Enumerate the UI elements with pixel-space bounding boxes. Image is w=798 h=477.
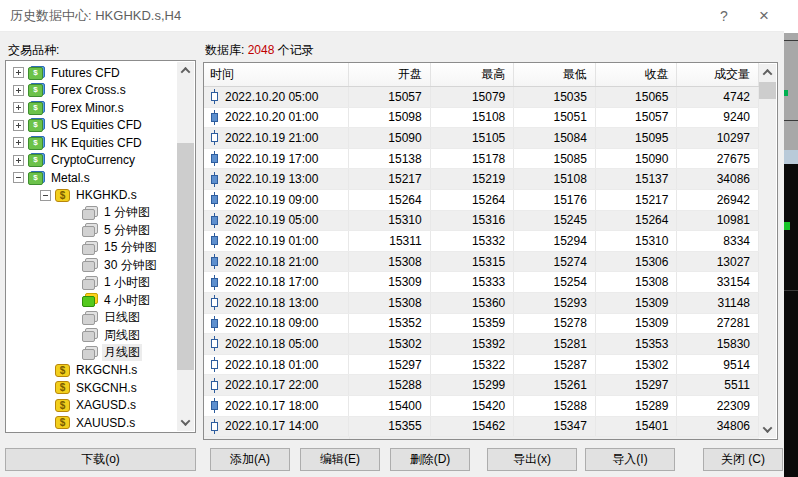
table-row[interactable]: 2022.10.19 21:00150901510515084150951029… — [204, 128, 759, 149]
import-button[interactable]: 导入(I) — [585, 448, 675, 471]
title-bar: 历史数据中心: HKGHKD.s,H4 ? × — [0, 0, 784, 32]
tree-scroll-up-icon[interactable] — [177, 62, 194, 79]
expand-plus-icon[interactable] — [13, 137, 24, 148]
time-value: 2022.10.18 21:00 — [225, 255, 318, 269]
volume-cell: 8334 — [677, 231, 759, 251]
tree-item[interactable]: 1 分钟图 — [6, 204, 177, 222]
low-cell: 15288 — [514, 396, 596, 416]
tree-item[interactable]: Metal.s — [6, 169, 177, 187]
tree-item[interactable]: $XAGUSD.s — [6, 397, 177, 415]
table-scroll-down-icon[interactable] — [759, 421, 776, 438]
volume-cell: 26942 — [677, 190, 759, 210]
high-cell: 15264 — [431, 190, 515, 210]
symbol-group-folder-icon — [28, 153, 45, 167]
tree-item[interactable]: $SKGCNH.s — [6, 379, 177, 397]
tree-item[interactable]: 日线图 — [6, 309, 177, 327]
table-row[interactable]: 2022.10.19 13:00152171521915108151373408… — [204, 169, 759, 190]
bullish-candle-icon — [210, 378, 219, 393]
tree-item[interactable]: $XAUUSD.s — [6, 414, 177, 432]
time-value: 2022.10.18 05:00 — [225, 337, 318, 351]
tree-item-label: 日线图 — [102, 309, 142, 326]
tree-item[interactable]: Forex Cross.s — [6, 82, 177, 100]
symbol-group-folder-icon — [28, 83, 45, 97]
low-cell: 15254 — [514, 272, 596, 292]
collapse-minus-icon[interactable] — [40, 190, 51, 201]
table-row[interactable]: 2022.10.17 22:00152881529915261152975511 — [204, 375, 759, 396]
tree-item[interactable]: $HKGHKD.s — [6, 187, 177, 205]
tree-item[interactable]: 5 分钟图 — [6, 222, 177, 240]
symbol-coin-icon: $ — [55, 189, 70, 202]
table-scrollbar[interactable] — [759, 64, 776, 438]
volume-cell: 15830 — [677, 334, 759, 354]
volume-cell: 9240 — [677, 108, 759, 128]
table-row[interactable]: 2022.10.18 05:00153021539215281153531583… — [204, 334, 759, 355]
help-button[interactable]: ? — [704, 1, 744, 31]
expand-plus-icon[interactable] — [13, 120, 24, 131]
delete-button[interactable]: 删除(D) — [390, 448, 470, 471]
bearish-candle-icon — [210, 275, 219, 290]
tree-item-label: 30 分钟图 — [102, 257, 159, 274]
close-button[interactable]: 关闭 (C) — [703, 448, 783, 471]
time-value: 2022.10.19 21:00 — [225, 131, 318, 145]
tree-item[interactable]: 1 小时图 — [6, 274, 177, 292]
tree-item[interactable]: 周线图 — [6, 327, 177, 345]
download-button[interactable]: 下载(o) — [5, 448, 196, 471]
tree-scroll-down-icon[interactable] — [177, 414, 194, 431]
open-cell: 15400 — [349, 396, 431, 416]
tree-item[interactable]: US Equities CFD — [6, 117, 177, 135]
symbol-group-folder-icon — [28, 136, 45, 150]
table-row[interactable]: 2022.10.19 05:00153101531615245152641098… — [204, 211, 759, 232]
tree-item-label: HKGHKD.s — [74, 188, 139, 202]
timeframe-db-icon — [82, 206, 98, 220]
database-prefix: 数据库: — [205, 43, 248, 57]
expand-plus-icon[interactable] — [13, 102, 24, 113]
tree-item[interactable]: 30 分钟图 — [6, 257, 177, 275]
edit-button[interactable]: 编辑(E) — [300, 448, 380, 471]
expand-plus-icon[interactable] — [13, 85, 24, 96]
close-cell: 15353 — [596, 334, 678, 354]
table-row[interactable]: 2022.10.18 09:00153521535915278153092728… — [204, 314, 759, 335]
expand-plus-icon[interactable] — [13, 67, 24, 78]
table-row[interactable]: 2022.10.20 05:00150571507915035150654742 — [204, 87, 759, 108]
table-row[interactable]: 2022.10.17 14:00153551546215347154013480… — [204, 417, 759, 438]
bearish-candle-icon — [210, 316, 219, 331]
time-value: 2022.10.18 01:00 — [225, 358, 318, 372]
tree-item[interactable]: 15 分钟图 — [6, 239, 177, 257]
high-cell: 15392 — [431, 334, 515, 354]
tree-item[interactable]: Futures CFD — [6, 64, 177, 82]
table-row[interactable]: 2022.10.17 18:00154001542015288152892230… — [204, 396, 759, 417]
close-icon[interactable]: × — [744, 1, 784, 31]
table-row[interactable]: 2022.10.19 17:00151381517815085150902767… — [204, 149, 759, 170]
expand-plus-icon[interactable] — [13, 155, 24, 166]
high-cell: 15178 — [431, 149, 515, 169]
table-row[interactable]: 2022.10.20 01:00150981510815051150579240 — [204, 108, 759, 129]
collapse-minus-icon[interactable] — [13, 172, 24, 183]
table-row[interactable]: 2022.10.18 13:00153081536015293153093114… — [204, 293, 759, 314]
tree-item[interactable]: 4 小时图 — [6, 292, 177, 310]
tree-item-label: 1 分钟图 — [102, 204, 152, 221]
table-row[interactable]: 2022.10.19 09:00152641526415176152172694… — [204, 190, 759, 211]
tree-item[interactable]: $RKGCNH.s — [6, 362, 177, 380]
table-row[interactable]: 2022.10.18 17:00153091533315254153083315… — [204, 272, 759, 293]
table-row[interactable]: 2022.10.18 21:00153081531515274153061302… — [204, 252, 759, 273]
volume-cell: 9514 — [677, 355, 759, 375]
volume-cell: 27675 — [677, 149, 759, 169]
tree-scrollbar[interactable] — [177, 62, 194, 431]
high-cell: 15219 — [431, 169, 515, 189]
time-cell: 2022.10.19 17:00 — [204, 149, 349, 169]
tree-item[interactable]: CryptoCurrency — [6, 152, 177, 170]
close-cell: 15308 — [596, 272, 678, 292]
time-cell: 2022.10.20 01:00 — [204, 108, 349, 128]
add-button[interactable]: 添加(A) — [210, 448, 290, 471]
time-cell: 2022.10.17 22:00 — [204, 375, 349, 395]
tree-item[interactable]: 月线图 — [6, 344, 177, 362]
tree-item[interactable]: Forex Minor.s — [6, 99, 177, 117]
bearish-candle-icon — [210, 213, 219, 228]
export-button[interactable]: 导出(x) — [487, 448, 577, 471]
tree-scrollbar-thumb[interactable] — [177, 143, 194, 370]
table-row[interactable]: 2022.10.18 01:00152971532215287153029514 — [204, 355, 759, 376]
table-scrollbar-thumb[interactable] — [759, 82, 776, 99]
table-scroll-up-icon[interactable] — [759, 64, 776, 81]
tree-item[interactable]: HK Equities CFD — [6, 134, 177, 152]
table-row[interactable]: 2022.10.19 01:00153111533215294153108334 — [204, 231, 759, 252]
